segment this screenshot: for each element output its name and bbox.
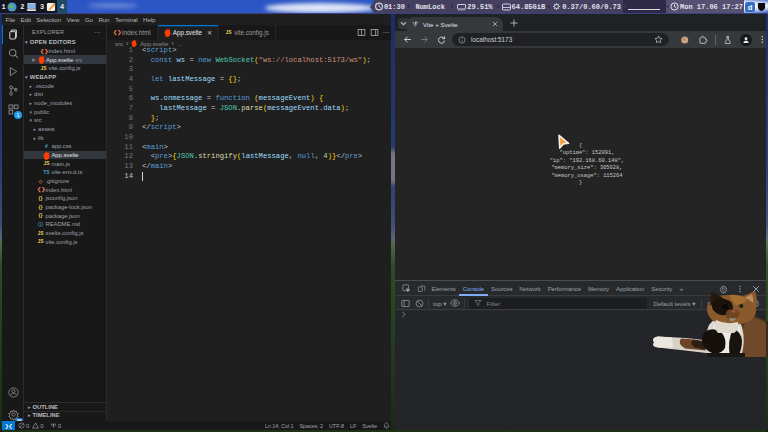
svg-text:d: d [748,2,753,11]
